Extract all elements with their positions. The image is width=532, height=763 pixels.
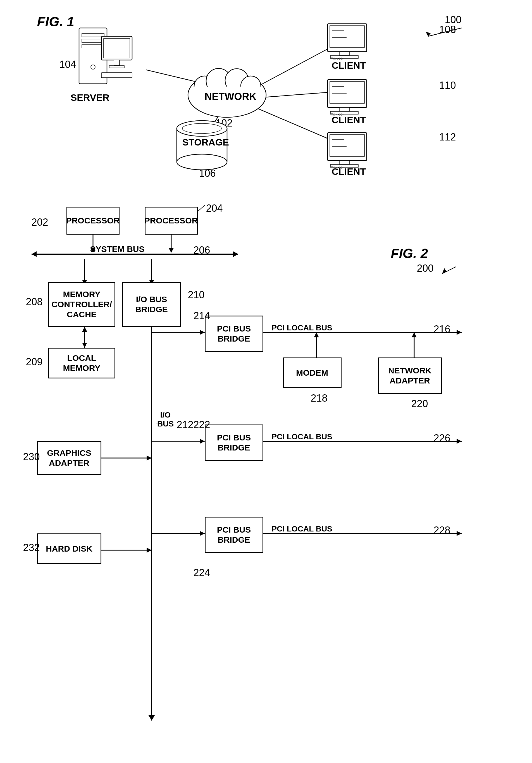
io-bus-bridge-box: I/O BUS BRIDGE [122,282,181,327]
ref-214: 214 [193,310,210,322]
network-adapter-label: NETWORK ADAPTER [388,366,431,386]
client3-label: CLIENT [332,166,366,177]
client1-label: CLIENT [332,60,366,71]
svg-rect-19 [104,39,130,58]
svg-marker-93 [148,715,155,720]
io-bus-label: I/O BUS [155,410,177,428]
ref-112: 112 [439,131,456,143]
memory-controller-box: MEMORY CONTROLLER/ CACHE [48,282,115,327]
ref-210: 210 [188,289,205,301]
svg-point-24 [177,121,227,136]
storage-label: STORAGE [182,137,229,148]
local-memory-label: LOCAL MEMORY [63,353,101,373]
svg-marker-69 [82,343,87,348]
ref-204: 204 [206,202,223,214]
server-icon [65,25,143,98]
ref-202: 202 [32,216,48,228]
processor2-box: PROCESSOR [145,207,198,235]
fig2: FIG. 2 200 [15,190,517,734]
ref-106: 106 [199,167,216,179]
client1-icon: □ >>>> [322,22,378,64]
svg-marker-83 [457,439,462,444]
pci-bus-bridge1-box: PCI BUS BRIDGE [205,316,264,352]
client2-icon: □ >>>> [322,78,378,120]
svg-marker-90 [457,531,462,536]
svg-rect-32 [339,52,349,55]
svg-marker-71 [200,330,205,335]
svg-marker-78 [412,332,417,337]
svg-line-6 [252,106,330,140]
system-bus-label: SYSTEM BUS [90,244,145,254]
svg-rect-44 [330,135,365,157]
pci-bus-bridge2-label: PCI BUS BRIDGE [217,433,251,453]
client2-label: CLIENT [332,115,366,125]
fig1: FIG. 1 100 [15,11,517,184]
ref-108: 108 [439,24,456,36]
network-label: NETWORK [205,91,257,102]
svg-rect-36 [330,81,365,103]
graphics-adapter-label: GRAPHICS ADAPTER [47,448,91,468]
ref-206: 206 [193,244,210,256]
local-memory-box: LOCAL MEMORY [48,348,115,379]
svg-marker-85 [147,456,152,461]
ref-220: 220 [411,398,428,410]
ref-216: 216 [434,323,451,335]
pci-bus-bridge3-label: PCI BUS BRIDGE [217,525,251,545]
modem-box: MODEM [283,358,342,388]
svg-marker-92 [147,548,152,553]
pci-local-bus3-label: PCI LOCAL BUS [272,524,332,533]
hard-disk-box: HARD DISK [37,533,101,564]
ref-110: 110 [439,80,456,91]
ref-104: 104 [59,58,76,70]
ref-228: 228 [434,524,451,536]
ref-230: 230 [23,451,40,463]
svg-marker-60 [32,251,37,257]
svg-line-5 [258,92,330,98]
ref-224: 224 [193,567,210,579]
ref-226: 226 [434,432,451,444]
hard-disk-label: HARD DISK [46,544,92,554]
pci-local-bus2-label: PCI LOCAL BUS [272,432,332,441]
svg-marker-61 [233,251,238,257]
svg-rect-28 [330,26,365,48]
svg-marker-58 [169,248,174,253]
modem-label: MODEM [296,368,328,378]
svg-marker-87 [200,531,205,536]
processor2-label: PROCESSOR [144,216,198,226]
memory-controller-label: MEMORY CONTROLLER/ CACHE [52,289,112,319]
ref-218: 218 [311,392,328,404]
ref-232: 232 [23,542,40,554]
svg-rect-21 [109,65,124,68]
pci-local-bus1-label: PCI LOCAL BUS [272,323,332,332]
io-bus-bridge-label: I/O BUS BRIDGE [135,294,168,314]
svg-marker-80 [200,439,205,444]
pci-bus-bridge3-box: PCI BUS BRIDGE [205,517,264,553]
pci-bus-bridge2-box: PCI BUS BRIDGE [205,424,264,461]
ref-209: 209 [26,356,43,368]
svg-rect-22 [101,73,132,78]
svg-marker-76 [314,332,319,337]
svg-marker-74 [457,330,462,335]
svg-marker-68 [82,327,87,332]
svg-rect-20 [114,60,120,65]
server-label: SERVER [71,92,109,103]
svg-line-4 [252,48,330,89]
graphics-adapter-box: GRAPHICS ADAPTER [37,441,101,475]
ref-222: 222 [193,419,210,431]
svg-rect-48 [339,161,349,164]
svg-rect-40 [339,108,349,111]
network-adapter-box: NETWORK ADAPTER [378,358,442,394]
processor1-label: PROCESSOR [66,216,120,226]
pci-bus-bridge1-label: PCI BUS BRIDGE [217,324,251,344]
ref-208: 208 [26,296,43,308]
ref-212: 212 [177,419,193,431]
processor1-box: PROCESSOR [66,207,120,235]
